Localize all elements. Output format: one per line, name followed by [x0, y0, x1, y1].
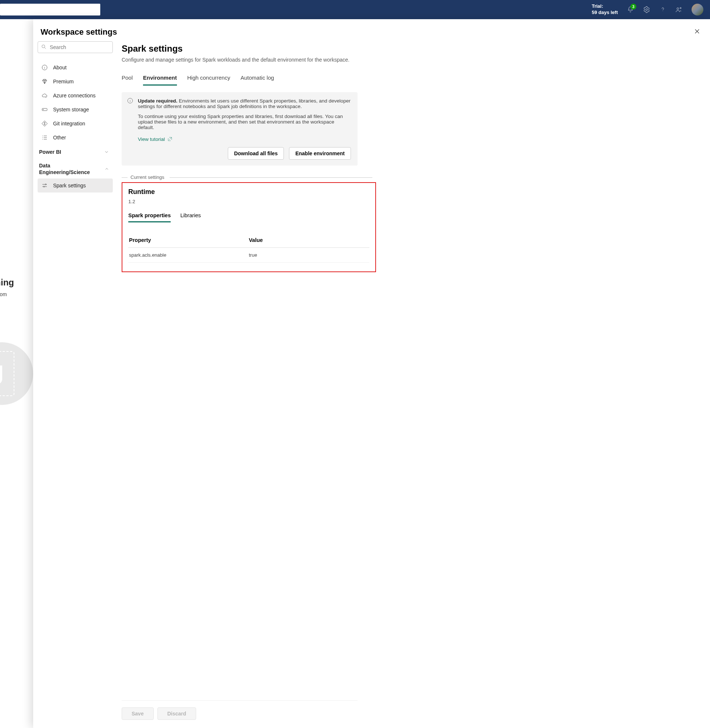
discard-button[interactable]: Discard [157, 707, 196, 720]
trial-line2: 59 days left [592, 10, 618, 16]
nav-item-other[interactable]: Other [38, 131, 113, 144]
nav-group-data-engineering[interactable]: Data Engineering/Science [38, 158, 113, 178]
sliders-icon [41, 182, 48, 189]
nav-label: Spark settings [53, 182, 86, 188]
save-button[interactable]: Save [122, 707, 154, 720]
svg-point-2 [680, 7, 681, 9]
current-settings-divider: Current settings [122, 174, 372, 180]
avatar[interactable] [692, 4, 703, 16]
diamond-icon [41, 78, 48, 85]
svg-point-0 [646, 9, 648, 11]
page-description: Configure and manage settings for Spark … [122, 57, 358, 63]
nav-label: Other [53, 135, 66, 141]
nav-label: Premium [53, 79, 74, 84]
properties-table: Property Value spark.acls.enable true [128, 233, 370, 263]
svg-point-1 [677, 8, 679, 10]
nav-item-about[interactable]: About [38, 60, 113, 75]
page-title: Spark settings [122, 44, 700, 54]
subtab-libraries[interactable]: Libraries [180, 212, 201, 222]
runtime-subtabs: Spark properties Libraries [128, 212, 370, 222]
cell-property: spark.acls.enable [129, 252, 249, 258]
info-icon [127, 97, 133, 104]
subtab-spark-properties[interactable]: Spark properties [128, 212, 171, 222]
tab-environment[interactable]: Environment [143, 75, 177, 85]
git-icon [41, 120, 48, 127]
paperclip-icon [0, 359, 6, 388]
behind-subtitle: or upload som [0, 291, 7, 297]
workspace-settings-panel: Workspace settings About Premium [33, 19, 710, 728]
nav-group-label: Power BI [39, 149, 61, 155]
nav-item-spark-settings[interactable]: Spark settings [38, 178, 113, 193]
table-row: spark.acls.enable true [128, 248, 370, 263]
tutorial-label: View tutorial [138, 137, 165, 142]
tab-high-concurrency[interactable]: High concurrency [187, 75, 230, 85]
settings-gear-icon[interactable] [643, 6, 650, 13]
enable-environment-button[interactable]: Enable environment [289, 147, 351, 160]
footer-actions: Save Discard [122, 700, 358, 728]
notification-badge: 3 [630, 4, 636, 10]
nav-item-git[interactable]: Git integration [38, 116, 113, 131]
nav-item-azure[interactable]: Azure connections [38, 88, 113, 103]
notice-bold: Update required. [138, 98, 178, 104]
search-icon [41, 44, 47, 50]
cell-value: true [249, 252, 369, 258]
panel-title: Workspace settings [41, 27, 117, 37]
chevron-down-icon [104, 149, 109, 154]
close-button[interactable] [694, 28, 700, 36]
info-icon [41, 64, 48, 71]
view-tutorial-link[interactable]: View tutorial [138, 136, 173, 142]
settings-search-input[interactable] [38, 41, 113, 53]
trial-line1: Trial: [592, 3, 618, 10]
nav-item-storage[interactable]: System storage [38, 103, 113, 116]
nav-group-powerbi[interactable]: Power BI [38, 144, 113, 158]
nav-group-label: Data Engineering/Science [39, 162, 99, 175]
runtime-highlight: Runtime 1.2 Spark properties Libraries P… [122, 182, 376, 272]
app-header: Trial: 59 days left 3 [0, 0, 710, 19]
runtime-heading: Runtime [128, 188, 370, 196]
close-icon [694, 28, 700, 35]
list-icon [41, 134, 48, 141]
nav-label: Git integration [53, 121, 85, 126]
settings-main: Spark settings Configure and manage sett… [117, 41, 710, 728]
people-icon[interactable] [675, 6, 683, 13]
svg-point-6 [43, 109, 44, 110]
notifications-icon[interactable]: 3 [627, 6, 634, 13]
chevron-up-icon [104, 166, 109, 172]
notice-p2: To continue using your existing Spark pr… [138, 113, 351, 130]
update-notice: Update required. Environments let users … [122, 92, 358, 166]
behind-title: s nothing [0, 277, 14, 288]
nav-label: System storage [53, 107, 89, 112]
svg-point-3 [42, 45, 45, 48]
col-property: Property [129, 237, 249, 243]
col-value: Value [249, 237, 369, 243]
nav-item-premium[interactable]: Premium [38, 75, 113, 88]
runtime-version: 1.2 [128, 199, 370, 204]
underlying-page: s nothing or upload som [0, 19, 33, 728]
spark-tabs: Pool Environment High concurrency Automa… [122, 75, 700, 85]
help-icon[interactable] [659, 6, 666, 13]
external-link-icon [167, 136, 173, 142]
nav-label: Azure connections [53, 93, 95, 99]
tab-pool[interactable]: Pool [122, 75, 133, 85]
download-all-files-button[interactable]: Download all files [228, 147, 284, 160]
trial-status: Trial: 59 days left [592, 3, 618, 16]
settings-sidenav: About Premium Azure connections System s… [33, 41, 117, 728]
nav-label: About [53, 65, 67, 71]
storage-icon [41, 106, 48, 113]
tab-automatic-log[interactable]: Automatic log [241, 75, 274, 85]
header-search-box[interactable] [0, 4, 100, 16]
cloud-icon [41, 92, 48, 99]
